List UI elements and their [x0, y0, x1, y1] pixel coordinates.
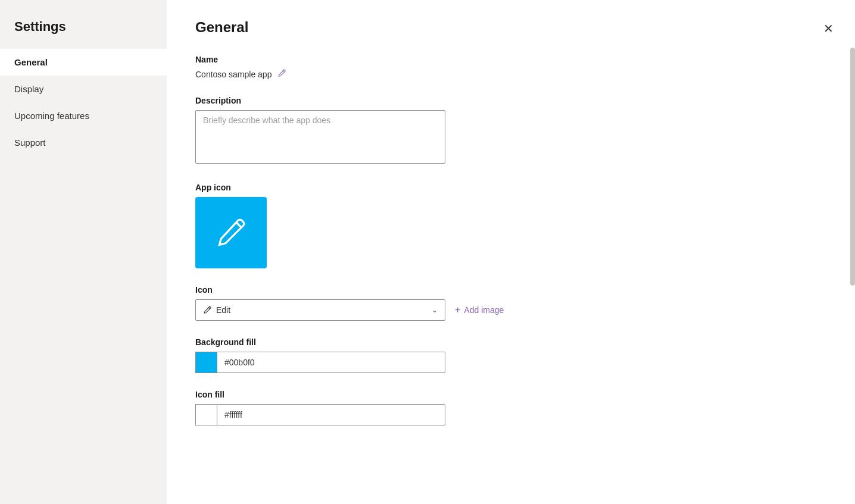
add-image-plus: +: [455, 305, 460, 315]
page-title: General: [195, 19, 248, 36]
main-header: General: [195, 19, 826, 36]
background-fill-swatch[interactable]: [195, 352, 217, 373]
description-label: Description: [195, 96, 826, 105]
sidebar: Settings General Display Upcoming featur…: [0, 0, 167, 504]
add-image-label: Add image: [464, 305, 504, 315]
icon-select-value: Edit: [216, 305, 230, 315]
sidebar-nav: General Display Upcoming features Suppor…: [0, 49, 167, 156]
name-value-row: Contoso sample app: [195, 69, 826, 79]
add-image-button[interactable]: + Add image: [455, 305, 504, 315]
chevron-down-icon: ⌄: [432, 306, 438, 314]
icon-label: Icon: [195, 285, 826, 295]
scrollbar-thumb[interactable]: [850, 48, 855, 286]
background-fill-row: [195, 352, 826, 373]
sidebar-item-display[interactable]: Display: [0, 76, 167, 102]
name-label: Name: [195, 55, 826, 64]
description-section: Description: [195, 96, 826, 166]
sidebar-item-general[interactable]: General: [0, 49, 167, 76]
icon-fill-row: [195, 404, 826, 425]
sidebar-item-support[interactable]: Support: [0, 129, 167, 156]
edit-icon-small: [203, 306, 211, 314]
icon-section: Icon Edit ⌄ + Add image: [195, 285, 826, 321]
name-section: Name Contoso sample app: [195, 55, 826, 79]
background-fill-input[interactable]: [217, 352, 445, 373]
icon-fill-label: Icon fill: [195, 390, 826, 399]
icon-row: Edit ⌄ + Add image: [195, 299, 826, 321]
background-fill-label: Background fill: [195, 337, 826, 347]
app-icon-section: App icon: [195, 183, 826, 268]
svg-line-1: [236, 223, 242, 228]
sidebar-item-upcoming-features[interactable]: Upcoming features: [0, 102, 167, 129]
background-fill-section: Background fill: [195, 337, 826, 373]
icon-fill-swatch[interactable]: [195, 404, 217, 425]
app-icon-label: App icon: [195, 183, 826, 192]
close-button[interactable]: ✕: [821, 19, 836, 38]
main-content: General ✕ Name Contoso sample app Descri…: [167, 0, 855, 504]
app-icon-preview: [195, 197, 267, 268]
icon-dropdown[interactable]: Edit ⌄: [195, 299, 445, 321]
description-textarea[interactable]: [195, 110, 445, 164]
scrollbar-track[interactable]: [850, 0, 855, 504]
icon-fill-input[interactable]: [217, 404, 445, 425]
name-edit-icon[interactable]: [277, 69, 286, 79]
icon-fill-section: Icon fill: [195, 390, 826, 425]
app-name-value: Contoso sample app: [195, 70, 272, 79]
sidebar-title: Settings: [0, 10, 167, 49]
